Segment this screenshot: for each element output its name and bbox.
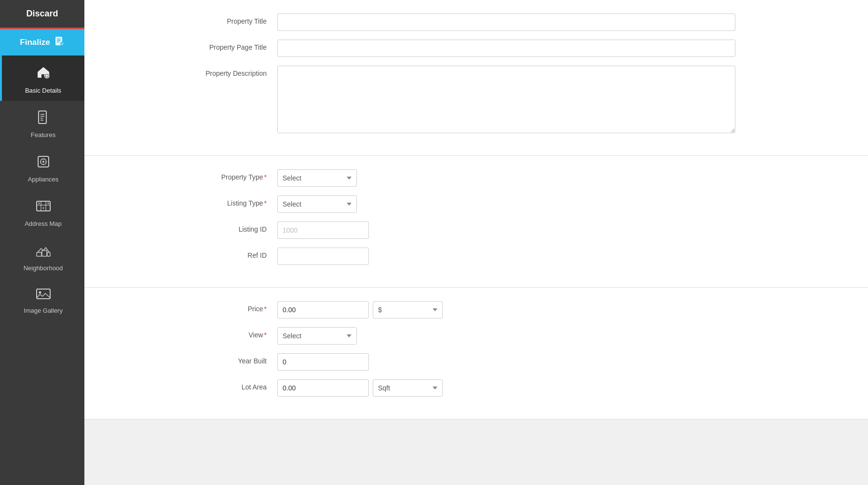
lot-area-row: Lot Area Sqft — [181, 379, 829, 397]
pricing-section: Price* $ View* Select Year Built Lot Are… — [84, 288, 868, 419]
sidebar-item-address-map-label: Address Map — [25, 220, 62, 227]
ref-id-input[interactable] — [277, 248, 369, 265]
svg-point-29 — [47, 203, 49, 204]
lot-area-label: Lot Area — [181, 379, 277, 391]
view-label: View* — [181, 327, 277, 339]
sidebar-item-neighborhood[interactable]: Neighborhood — [0, 234, 84, 278]
features-icon — [36, 110, 51, 128]
discard-label: Discard — [26, 9, 58, 18]
svg-point-27 — [38, 203, 40, 204]
ref-id-row: Ref ID — [181, 248, 829, 265]
property-title-label: Property Title — [181, 14, 277, 25]
finalize-button[interactable]: Finalize — [0, 29, 84, 55]
details-section: Property Type* Select Listing Type* Sele… — [84, 156, 868, 288]
home-settings-icon — [35, 64, 52, 84]
listing-id-row: Listing ID — [181, 222, 829, 239]
appliances-icon — [36, 154, 51, 173]
discard-button[interactable]: Discard — [0, 0, 84, 29]
sidebar-item-appliances-label: Appliances — [28, 176, 59, 183]
svg-point-18 — [42, 161, 44, 163]
sidebar-item-features[interactable]: Features — [0, 101, 84, 145]
svg-rect-30 — [37, 252, 41, 256]
property-title-input[interactable] — [277, 14, 735, 31]
lot-area-unit-select[interactable]: Sqft — [373, 379, 443, 397]
property-description-label: Property Description — [181, 66, 277, 77]
sidebar-item-basic-details[interactable]: Basic Details — [0, 55, 84, 101]
svg-rect-33 — [37, 289, 50, 299]
svg-rect-31 — [42, 250, 47, 256]
view-required: * — [264, 331, 267, 339]
property-type-required: * — [264, 173, 267, 181]
sidebar-item-address-map[interactable]: Address Map — [0, 190, 84, 234]
svg-point-6 — [46, 75, 48, 77]
listing-id-label: Listing ID — [181, 222, 277, 233]
sidebar-item-image-gallery[interactable]: Image Gallery — [0, 278, 84, 321]
lot-area-input-group: Sqft — [277, 379, 443, 397]
price-input[interactable] — [277, 301, 369, 319]
sidebar-item-image-gallery-label: Image Gallery — [24, 307, 63, 314]
titles-section: Property Title Property Page Title Prope… — [84, 0, 868, 156]
price-label: Price* — [181, 301, 277, 313]
ref-id-label: Ref ID — [181, 248, 277, 259]
property-type-select[interactable]: Select — [277, 169, 357, 187]
sidebar-item-appliances[interactable]: Appliances — [0, 145, 84, 190]
svg-point-28 — [42, 208, 44, 209]
year-built-row: Year Built — [181, 353, 829, 371]
price-input-group: $ — [277, 301, 443, 319]
price-required: * — [264, 305, 267, 313]
price-row: Price* $ — [181, 301, 829, 319]
sidebar: Discard Finalize — [0, 0, 84, 485]
map-icon — [35, 198, 52, 217]
gallery-icon — [35, 287, 52, 304]
lot-area-input[interactable] — [277, 379, 369, 397]
sidebar-item-basic-details-label: Basic Details — [25, 87, 61, 94]
finalize-label: Finalize — [20, 38, 50, 47]
svg-point-34 — [39, 291, 41, 294]
property-type-row: Property Type* Select — [181, 169, 829, 187]
svg-rect-11 — [39, 111, 46, 124]
view-row: View* Select — [181, 327, 829, 345]
property-page-title-label: Property Page Title — [181, 40, 277, 51]
listing-type-select[interactable]: Select — [277, 195, 357, 213]
currency-select[interactable]: $ — [373, 301, 443, 319]
svg-rect-32 — [47, 252, 50, 256]
property-page-title-row: Property Page Title — [181, 40, 829, 57]
finalize-icon — [54, 36, 65, 49]
property-page-title-input[interactable] — [277, 40, 735, 57]
year-built-label: Year Built — [181, 353, 277, 365]
property-title-row: Property Title — [181, 14, 829, 31]
main-content: Property Title Property Page Title Prope… — [84, 0, 868, 485]
sidebar-item-neighborhood-label: Neighborhood — [24, 264, 63, 272]
property-type-label: Property Type* — [181, 169, 277, 181]
view-select[interactable]: Select — [277, 327, 357, 345]
neighborhood-icon — [35, 243, 52, 262]
listing-type-label: Listing Type* — [181, 195, 277, 207]
listing-type-row: Listing Type* Select — [181, 195, 829, 213]
property-description-input[interactable] — [277, 66, 735, 133]
year-built-input[interactable] — [277, 353, 369, 371]
listing-id-input[interactable] — [277, 222, 369, 239]
listing-type-required: * — [264, 199, 267, 207]
sidebar-item-features-label: Features — [31, 131, 55, 139]
property-description-row: Property Description — [181, 66, 829, 133]
